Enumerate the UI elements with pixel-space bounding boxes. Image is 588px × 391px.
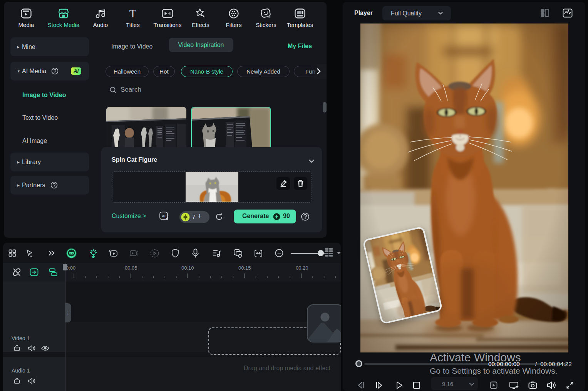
svg-text:T: T: [129, 8, 136, 19]
svg-text:AI: AI: [162, 214, 166, 218]
